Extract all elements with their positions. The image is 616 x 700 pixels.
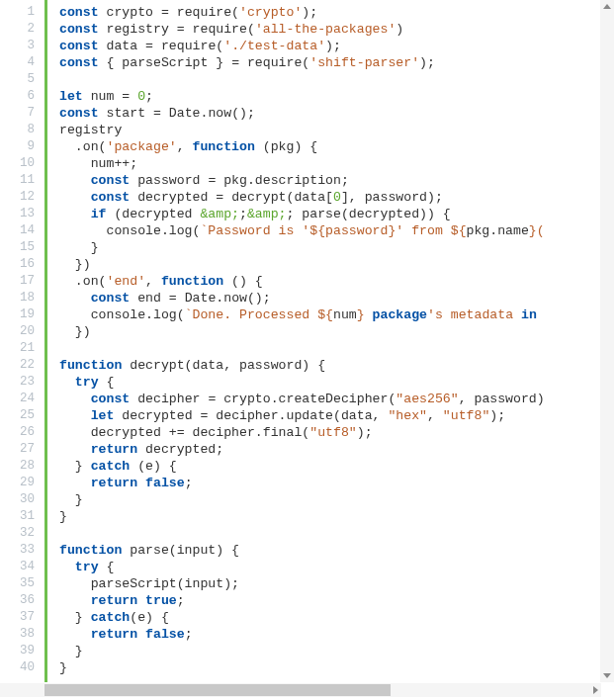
token-plain: ; bbox=[185, 476, 193, 490]
code-line[interactable]: } bbox=[59, 643, 616, 659]
token-kw: const bbox=[91, 190, 131, 205]
code-line[interactable]: num++; bbox=[59, 155, 616, 172]
code-line[interactable]: const registry = require('all-the-packag… bbox=[59, 21, 616, 38]
code-line[interactable]: const password = pkg.description; bbox=[59, 172, 616, 189]
code-line[interactable]: let decrypted = decipher.update(data, "h… bbox=[59, 407, 616, 424]
code-line[interactable]: parseScript(input); bbox=[59, 575, 616, 592]
code-line[interactable]: const end = Date.now(); bbox=[59, 290, 616, 306]
code-line[interactable]: return false; bbox=[59, 626, 616, 643]
code-line[interactable]: console.log(`Password is '${password}' f… bbox=[59, 222, 616, 239]
code-line[interactable]: }) bbox=[59, 323, 616, 340]
token-punc: = bbox=[153, 106, 161, 121]
token-kw: const bbox=[91, 173, 131, 188]
vertical-scrollbar[interactable] bbox=[600, 0, 614, 682]
code-line[interactable]: try { bbox=[59, 374, 616, 391]
token-num: 0 bbox=[137, 89, 145, 104]
token-plain: pkg.name bbox=[467, 223, 529, 238]
line-number: 16 bbox=[0, 256, 44, 273]
token-plain: { bbox=[99, 560, 115, 574]
code-editor[interactable]: 1234567891011121314151617181920212223242… bbox=[0, 0, 616, 700]
token-plain: require( bbox=[153, 39, 223, 53]
scroll-down-icon[interactable] bbox=[603, 673, 611, 678]
token-plain: { parseScript } bbox=[99, 55, 232, 70]
token-plain: num bbox=[83, 89, 123, 104]
token-str: "aes256" bbox=[396, 392, 458, 406]
code-line[interactable]: try { bbox=[59, 559, 616, 575]
token-kw: const bbox=[59, 5, 99, 20]
token-plain: } bbox=[59, 459, 91, 474]
code-line[interactable] bbox=[59, 525, 616, 542]
token-amp: &amp; bbox=[247, 207, 287, 221]
token-tmpl: } bbox=[529, 223, 537, 238]
token-plain: } bbox=[59, 492, 83, 507]
token-plain: decipher bbox=[130, 392, 208, 406]
code-line[interactable]: } catch(e) { bbox=[59, 609, 616, 626]
code-line[interactable]: return true; bbox=[59, 592, 616, 609]
horizontal-scrollbar-thumb[interactable] bbox=[44, 684, 391, 696]
scroll-up-icon[interactable] bbox=[603, 4, 611, 9]
code-line[interactable]: } bbox=[59, 659, 616, 676]
code-line[interactable]: } bbox=[59, 239, 616, 256]
line-number: 26 bbox=[0, 424, 44, 441]
line-number: 12 bbox=[0, 189, 44, 206]
token-punc: = bbox=[145, 39, 153, 53]
token-kw: let bbox=[59, 89, 83, 104]
token-plain: data bbox=[99, 39, 145, 53]
code-line[interactable]: registry bbox=[59, 122, 616, 138]
line-number: 20 bbox=[0, 323, 44, 340]
code-line[interactable]: .on('package', function (pkg) { bbox=[59, 138, 616, 155]
token-plain: registry bbox=[59, 123, 122, 137]
token-tmpl: } bbox=[357, 307, 365, 322]
code-line[interactable]: const decipher = crypto.createDecipher("… bbox=[59, 391, 616, 407]
line-number: 22 bbox=[0, 357, 44, 374]
code-line[interactable]: const start = Date.now(); bbox=[59, 105, 616, 122]
horizontal-scrollbar[interactable] bbox=[0, 683, 601, 697]
token-kw: const bbox=[91, 291, 131, 306]
code-line[interactable] bbox=[59, 340, 616, 357]
token-plain: Date.now(); bbox=[177, 291, 271, 306]
token-plain: parseScript(input); bbox=[59, 576, 239, 591]
code-line[interactable]: if (decrypted &amp;;&amp;; parse(decrypt… bbox=[59, 206, 616, 222]
code-line[interactable]: const data = require('./test-data'); bbox=[59, 38, 616, 54]
token-kw: let bbox=[91, 408, 115, 423]
code-line[interactable]: const decrypted = decrypt(data[0], passw… bbox=[59, 189, 616, 206]
code-line[interactable]: } bbox=[59, 508, 616, 525]
code-line[interactable]: }) bbox=[59, 256, 616, 273]
scroll-right-icon[interactable] bbox=[593, 686, 598, 694]
code-line[interactable] bbox=[59, 71, 616, 88]
token-str: "utf8" bbox=[443, 408, 489, 423]
code-line[interactable]: } catch (e) { bbox=[59, 458, 616, 475]
token-plain: ); bbox=[489, 408, 505, 423]
token-plain: ; bbox=[239, 207, 247, 221]
token-kw: try bbox=[75, 375, 99, 390]
code-line[interactable]: console.log(`Done. Processed ${num} pack… bbox=[59, 306, 616, 323]
line-number: 39 bbox=[0, 643, 44, 659]
line-number: 34 bbox=[0, 559, 44, 575]
line-number: 15 bbox=[0, 239, 44, 256]
token-kw: return bbox=[91, 442, 137, 457]
token-plain: ; bbox=[177, 593, 185, 608]
code-line[interactable]: function decrypt(data, password) { bbox=[59, 357, 616, 374]
token-punc: = bbox=[177, 22, 185, 37]
code-line[interactable]: return false; bbox=[59, 475, 616, 491]
code-line[interactable]: let num = 0; bbox=[59, 88, 616, 105]
code-line[interactable]: function parse(input) { bbox=[59, 542, 616, 559]
token-plain: }) bbox=[59, 324, 91, 339]
code-line[interactable]: const crypto = require('crypto'); bbox=[59, 4, 616, 21]
token-plain: crypto.createDecipher( bbox=[216, 392, 396, 406]
token-kw: function bbox=[161, 274, 223, 289]
token-punc: = bbox=[169, 291, 177, 306]
code-line[interactable]: .on('end', function () { bbox=[59, 273, 616, 290]
code-content[interactable]: const crypto = require('crypto');const r… bbox=[44, 0, 616, 682]
line-number: 32 bbox=[0, 525, 44, 542]
code-line[interactable]: decrypted += decipher.final("utf8"); bbox=[59, 424, 616, 441]
line-number: 7 bbox=[0, 105, 44, 122]
code-line[interactable]: return decrypted; bbox=[59, 441, 616, 458]
code-line[interactable]: const { parseScript } = require('shift-p… bbox=[59, 54, 616, 71]
token-plain bbox=[137, 593, 145, 608]
code-line[interactable]: } bbox=[59, 491, 616, 508]
token-plain: ); bbox=[357, 425, 373, 440]
token-plain: require( bbox=[169, 5, 239, 20]
token-plain: require( bbox=[185, 22, 255, 37]
token-plain: parse(input) { bbox=[122, 543, 239, 558]
